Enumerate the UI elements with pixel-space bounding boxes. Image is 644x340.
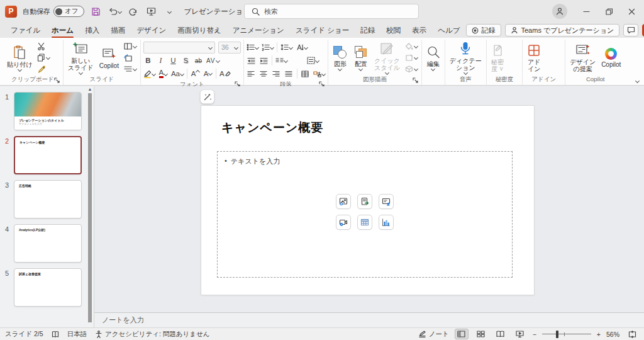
align-center-button[interactable] [259,68,269,79]
insert-chart-button[interactable] [379,215,394,230]
designer-floating-button[interactable] [200,89,214,104]
increase-indent-button[interactable] [259,55,269,66]
start-slideshow-button[interactable] [145,4,158,18]
bullets-button[interactable] [247,42,258,53]
fit-to-window-button[interactable] [625,329,639,339]
stock-image-button[interactable] [357,194,372,209]
zoom-in-button[interactable]: + [597,331,601,338]
align-text-button[interactable] [307,55,319,66]
autosave-toggle[interactable]: オフ [53,6,84,17]
comments-button[interactable] [623,24,638,37]
tab-home[interactable]: ホーム [46,23,79,38]
tab-help[interactable]: ヘルプ [432,23,465,38]
addins-button[interactable]: アド イン [525,42,543,73]
dictation-button[interactable]: ディクテー ション [448,40,484,75]
autosave-control[interactable]: 自動保存 オフ [23,6,84,17]
redo-button[interactable] [127,4,140,18]
zoom-level[interactable]: 56% [606,331,619,338]
cut-button[interactable] [36,41,51,52]
insert-picture-button[interactable] [336,194,351,209]
slide-title-text[interactable]: キャンペーン概要 [221,120,323,136]
slide-sorter-view-button[interactable] [474,329,488,339]
shape-effects-button[interactable] [404,64,419,74]
reset-slide-button[interactable] [123,52,138,63]
tab-view[interactable]: 表示 [406,23,432,38]
minimize-button[interactable] [576,2,596,21]
bold-button[interactable]: B [143,55,153,66]
scrollbar-thumb[interactable] [88,93,92,322]
tab-insert[interactable]: 挿入 [79,23,105,38]
zoom-slider[interactable] [542,331,591,338]
slide-thumbnail-4[interactable]: Analytics(LP分析) [14,224,82,263]
tab-design[interactable]: デザイン [131,23,172,38]
decrease-indent-button[interactable] [247,55,256,66]
tab-draw[interactable]: 描画 [105,23,131,38]
quick-styles-button[interactable]: クイック スタイル [372,40,402,75]
account-button[interactable] [552,4,567,19]
new-slide-button[interactable]: 新しい スライド [66,40,96,75]
add-remove-columns-button[interactable] [301,68,310,79]
paste-button[interactable]: 貼り付け [5,43,34,72]
layout-button[interactable] [123,41,138,52]
editing-button[interactable]: 編集 [425,43,442,71]
scroll-up-icon[interactable]: ▲ [87,86,93,93]
format-painter-button[interactable] [36,64,51,74]
grow-font-button[interactable]: A [191,68,200,79]
zoom-out-button[interactable]: − [533,331,536,338]
thumbnail-scrollbar[interactable]: ▲ [87,86,93,327]
text-shadow-button[interactable]: S [181,55,191,66]
collapse-ribbon-button[interactable] [635,79,640,83]
insert-table-button[interactable] [357,215,372,230]
designer-button[interactable]: デザイン の提案 [568,42,597,73]
spellcheck-button[interactable] [52,331,59,338]
slideshow-view-button[interactable] [513,329,527,339]
normal-view-button[interactable] [455,329,469,339]
tab-slideshow[interactable]: スライド ショー [290,23,355,38]
copy-button[interactable] [36,52,51,63]
shape-outline-button[interactable] [404,52,419,63]
content-placeholder[interactable]: • テキストを入力 [217,151,513,278]
strikethrough-button[interactable]: ab [194,55,203,66]
arrange-button[interactable]: 配置 [352,43,370,71]
convert-smartart-button[interactable] [313,68,325,79]
line-spacing-button[interactable] [280,42,292,53]
highlight-button[interactable] [143,68,155,79]
slide-thumbnail-2-selected[interactable]: キャンペーン概要 [14,136,82,174]
align-left-button[interactable] [247,68,256,79]
clipboard-dialog-launcher[interactable] [54,77,60,83]
font-color-button[interactable]: A [158,68,168,79]
undo-button[interactable] [108,4,121,18]
sensitivity-button[interactable]: 秘密 度 ˅ [489,42,506,73]
record-button[interactable]: 記録 [466,24,501,37]
slide-canvas[interactable]: キャンペーン概要 • テキストを入力 [201,106,534,295]
restore-button[interactable] [599,2,619,21]
text-direction-button[interactable] [296,42,308,53]
drawing-dialog-launcher[interactable] [413,77,418,83]
language-button[interactable]: 日本語 [67,330,87,339]
numbering-button[interactable] [262,42,274,53]
search-input[interactable]: 検索 [244,4,419,19]
shapes-button[interactable]: 図形 [331,43,350,71]
slide-thumbnail-5[interactable]: 試算と改善提案 [14,268,82,307]
tab-transitions[interactable]: 画面切り替え [172,23,227,38]
section-button[interactable] [123,64,138,74]
tab-animations[interactable]: アニメーション [227,23,290,38]
notes-toggle-button[interactable]: ノート [418,330,449,339]
zoom-slider-thumb[interactable] [556,331,558,338]
change-case-button[interactable]: Aa [171,68,184,79]
italic-button[interactable]: I [156,55,165,66]
justify-button[interactable] [284,68,294,79]
font-size-combobox[interactable]: 36 [218,42,241,54]
character-spacing-button[interactable]: AV [206,55,219,66]
slide-thumbnail-3[interactable]: 広告戦略 [14,180,82,218]
slide-counter[interactable]: スライド 2/5 [5,330,43,339]
notes-pane[interactable]: ノートを入力 [94,312,644,327]
tab-record[interactable]: 記録 [355,23,380,38]
underline-button[interactable]: U [169,55,178,66]
columns-button[interactable] [275,55,287,66]
tab-review[interactable]: 校閲 [380,23,406,38]
slide-thumbnail-1[interactable]: プレゼンテーションのタイトル サブタイトルを入力 [14,92,82,130]
copilot-ribbon-button[interactable]: Copilot [97,45,121,70]
accessibility-checker[interactable]: アクセシビリティ: 問題ありません [95,330,210,339]
close-button[interactable] [621,2,641,21]
